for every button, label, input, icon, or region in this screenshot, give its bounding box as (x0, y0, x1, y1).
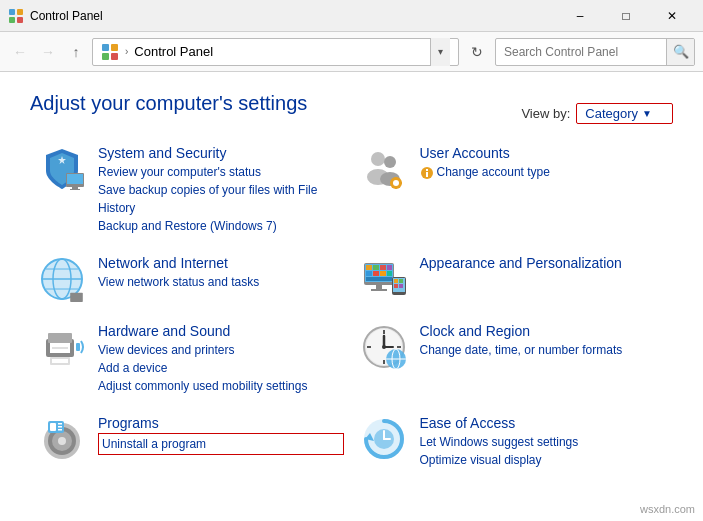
svg-rect-25 (426, 172, 428, 177)
category-network-internet[interactable]: Network and Internet View network status… (30, 245, 352, 313)
system-security-link-2[interactable]: Save backup copies of your files with Fi… (98, 181, 344, 217)
back-button[interactable]: ← (8, 40, 32, 64)
clock-region-link-1[interactable]: Change date, time, or number formats (420, 341, 666, 359)
user-accounts-links: Change account type (420, 163, 666, 181)
network-internet-links: View network status and tasks (98, 273, 344, 291)
category-hardware-sound[interactable]: Hardware and Sound View devices and prin… (30, 313, 352, 405)
categories-grid: System and Security Review your computer… (30, 135, 673, 479)
main-content: Adjust your computer's settings View by:… (0, 72, 703, 499)
up-button[interactable]: ↑ (64, 40, 88, 64)
refresh-button[interactable]: ↻ (463, 38, 491, 66)
svg-rect-58 (76, 343, 80, 351)
category-clock-region[interactable]: Clock and Region Change date, time, or n… (352, 313, 674, 405)
clock-region-title[interactable]: Clock and Region (420, 323, 666, 339)
address-dropdown-button[interactable]: ▾ (430, 38, 450, 66)
search-input[interactable] (496, 45, 666, 59)
hardware-sound-link-2[interactable]: Add a device (98, 359, 344, 377)
svg-point-18 (393, 180, 399, 186)
user-accounts-title[interactable]: User Accounts (420, 145, 666, 161)
forward-button[interactable]: → (36, 40, 60, 64)
address-text: Control Panel (134, 44, 424, 59)
hardware-sound-info: Hardware and Sound View devices and prin… (98, 323, 344, 395)
svg-rect-54 (48, 333, 72, 343)
category-appearance[interactable]: Appearance and Personalization (352, 245, 674, 313)
programs-title[interactable]: Programs (98, 415, 344, 431)
svg-rect-36 (373, 265, 379, 270)
minimize-button[interactable]: – (557, 0, 603, 32)
svg-rect-37 (380, 265, 386, 270)
appearance-title[interactable]: Appearance and Personalization (420, 255, 666, 271)
system-security-icon (38, 145, 86, 193)
view-by-control: View by: Category ▼ (521, 103, 673, 124)
svg-rect-51 (399, 284, 403, 288)
svg-rect-40 (373, 271, 379, 276)
system-security-title[interactable]: System and Security (98, 145, 344, 161)
svg-rect-2 (9, 17, 15, 23)
ease-of-access-link-1[interactable]: Let Windows suggest settings (420, 433, 666, 451)
svg-rect-44 (376, 285, 382, 289)
svg-rect-7 (111, 53, 118, 60)
network-internet-title[interactable]: Network and Internet (98, 255, 344, 271)
hardware-sound-links: View devices and printers Add a device A… (98, 341, 344, 395)
clock-region-links: Change date, time, or number formats (420, 341, 666, 359)
svg-rect-19 (395, 177, 397, 180)
category-user-accounts[interactable]: User Accounts Change account type (352, 135, 674, 245)
svg-rect-38 (387, 265, 392, 270)
svg-rect-48 (394, 279, 398, 283)
close-button[interactable]: ✕ (649, 0, 695, 32)
view-by-label: View by: (521, 106, 570, 121)
svg-point-13 (371, 152, 385, 166)
programs-info: Programs Uninstall a program (98, 415, 344, 455)
system-security-link-3[interactable]: Backup and Restore (Windows 7) (98, 217, 344, 235)
path-separator: › (125, 46, 128, 57)
search-box: 🔍 (495, 38, 695, 66)
hardware-sound-link-1[interactable]: View devices and printers (98, 341, 344, 359)
programs-uninstall-link[interactable]: Uninstall a program (98, 433, 344, 455)
network-internet-link-1[interactable]: View network status and tasks (98, 273, 344, 291)
window-title: Control Panel (30, 9, 557, 23)
control-panel-address-icon (101, 43, 119, 61)
svg-rect-11 (70, 189, 80, 190)
svg-rect-78 (58, 426, 62, 428)
programs-icon (38, 415, 86, 463)
svg-rect-57 (52, 347, 68, 349)
view-by-value: Category (585, 106, 638, 121)
svg-rect-5 (111, 44, 118, 51)
svg-rect-77 (58, 423, 62, 425)
svg-rect-32 (70, 293, 83, 302)
system-security-link-1[interactable]: Review your computer's status (98, 163, 344, 181)
network-internet-icon (38, 255, 86, 303)
dropdown-caret-icon: ▼ (642, 108, 652, 119)
title-bar: Control Panel – □ ✕ (0, 0, 703, 32)
category-system-security[interactable]: System and Security Review your computer… (30, 135, 352, 245)
svg-rect-35 (366, 265, 372, 270)
svg-rect-3 (17, 17, 23, 23)
watermark: wsxdn.com (640, 503, 695, 515)
address-field[interactable]: › Control Panel ▾ (92, 38, 459, 66)
svg-point-74 (58, 437, 66, 445)
svg-rect-43 (366, 277, 392, 281)
svg-rect-49 (399, 279, 403, 283)
hardware-sound-link-3[interactable]: Adjust commonly used mobility settings (98, 377, 344, 395)
svg-rect-1 (17, 9, 23, 15)
view-by-dropdown[interactable]: Category ▼ (576, 103, 673, 124)
maximize-button[interactable]: □ (603, 0, 649, 32)
svg-rect-20 (395, 186, 397, 189)
user-accounts-link-1[interactable]: Change account type (420, 163, 666, 181)
search-button[interactable]: 🔍 (666, 38, 694, 66)
ease-of-access-title[interactable]: Ease of Access (420, 415, 666, 431)
svg-rect-41 (380, 271, 386, 276)
svg-rect-50 (394, 284, 398, 288)
address-bar: ← → ↑ › Control Panel ▾ ↻ 🔍 (0, 32, 703, 72)
category-ease-of-access[interactable]: Ease of Access Let Windows suggest setti… (352, 405, 674, 479)
hardware-sound-title[interactable]: Hardware and Sound (98, 323, 344, 339)
svg-rect-24 (426, 169, 428, 171)
svg-point-15 (384, 156, 396, 168)
category-programs[interactable]: Programs Uninstall a program (30, 405, 352, 479)
svg-rect-22 (399, 182, 402, 184)
svg-rect-4 (102, 44, 109, 51)
svg-rect-21 (390, 182, 393, 184)
ease-of-access-link-2[interactable]: Optimize visual display (420, 451, 666, 469)
appearance-icon (360, 255, 408, 303)
svg-rect-56 (52, 359, 68, 363)
